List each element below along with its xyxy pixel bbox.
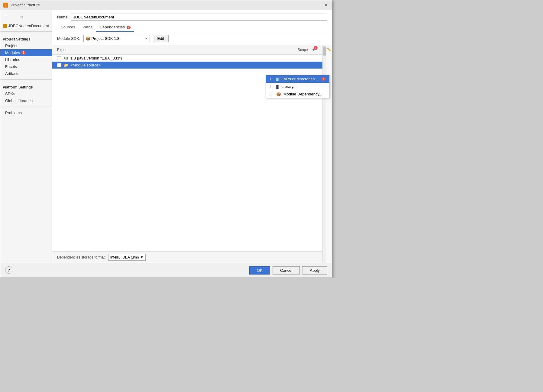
storage-value: IntelliJ IDEA (.iml) (110, 255, 139, 259)
tabs-row: Sources Paths Dependencies 2 (52, 23, 332, 32)
dependencies-tab-badge: 2 (127, 26, 131, 29)
sidebar-item-label-modules: Modules (5, 50, 20, 55)
storage-label: Dependencies storage format: (57, 255, 106, 259)
module-sdk-row: Module SDK: 📦 Project SDK 1.8 ▼ Edit (52, 32, 332, 45)
project-structure-dialog: J Project Structure ✕ + − ⧉ JDBCNeatenDo… (0, 0, 332, 278)
sidebar-item-global-libraries[interactable]: Global Libraries (0, 97, 52, 104)
sidebar-item-label-problems: Problems (5, 111, 22, 115)
module-name: JDBCNeatenDocument (8, 24, 49, 28)
tab-paths[interactable]: Paths (79, 23, 96, 32)
title-bar: J Project Structure ✕ (0, 0, 332, 10)
menu-item-jars-icon: ||| (276, 77, 279, 81)
apply-button[interactable]: Apply (302, 266, 327, 275)
menu-item-module-dep[interactable]: 3 📦 Module Dependency... (266, 90, 329, 98)
module-item-jdbc[interactable]: JDBCNeatenDocument (0, 23, 52, 29)
dep-name-jdk: 1.8 (java version "1.8.0_333") (70, 56, 285, 60)
sidebar-item-problems[interactable]: Problems (0, 109, 52, 116)
name-row: Name: (52, 10, 332, 23)
sidebar-item-facets[interactable]: Facets (0, 63, 52, 70)
storage-dropdown-arrow-icon: ▼ (140, 255, 144, 259)
app-icon: J (3, 3, 8, 8)
add-dependency-context-menu: 1 ||| JARs or directories... 4 2 ||| Lib… (266, 75, 330, 98)
export-col-header: Export (57, 48, 75, 52)
sdk-icon: 📦 (86, 36, 90, 41)
scope-col-header: Scope (278, 48, 308, 52)
edit-sdk-button[interactable]: Edit (153, 35, 169, 42)
storage-dropdown[interactable]: IntelliJ IDEA (.iml) ▼ (108, 254, 146, 261)
folder-icon: 📁 (64, 63, 68, 67)
modules-badge: 1 (21, 51, 26, 54)
menu-item-library-icon: ||| (276, 84, 279, 89)
dep-checkbox-jdk[interactable] (57, 56, 61, 60)
menu-item-library[interactable]: 2 ||| Library... (266, 83, 329, 90)
menu-num-3: 3 (270, 92, 274, 96)
close-button[interactable]: ✕ (323, 2, 329, 8)
folder-icon-small: 📁 (64, 63, 68, 67)
menu-item-library-label: Library... (282, 84, 297, 89)
sidebar-item-label-artifacts: Artifacts (5, 71, 19, 76)
separator-2 (0, 79, 52, 80)
menu-item-module-dep-icon: 📦 (276, 92, 281, 96)
menu-num-2: 2 (270, 85, 274, 89)
bottom-bar: Dependencies storage format: IntelliJ ID… (52, 251, 322, 263)
tab-paths-label: Paths (82, 25, 92, 29)
sidebar-item-project[interactable]: Project (0, 42, 52, 49)
title-bar-left: J Project Structure (3, 3, 40, 8)
separator-1 (0, 31, 52, 32)
dialog-title: Project Structure (11, 3, 40, 7)
dep-name-module-source: <Module source> (70, 63, 285, 67)
tab-dependencies[interactable]: Dependencies 2 (96, 23, 134, 32)
sidebar-item-artifacts[interactable]: Artifacts (0, 70, 52, 77)
main-content: + − ⧉ JDBCNeatenDocument Project Setting… (0, 10, 332, 263)
menu-item-jars-label: JARs or directories... (282, 77, 318, 81)
tab-dependencies-label: Dependencies (100, 25, 125, 29)
tab-sources[interactable]: Sources (57, 23, 79, 32)
bar1 (64, 57, 65, 59)
cancel-button[interactable]: Cancel (273, 266, 300, 275)
add-dependency-button[interactable]: + 3 (310, 47, 317, 53)
name-label: Name: (57, 15, 69, 19)
dep-row-jdk[interactable]: 1.8 (java version "1.8.0_333") (52, 55, 322, 62)
sdk-dep-icon (64, 56, 68, 60)
right-panel: Name: Sources Paths Dependencies 2 Modul… (52, 10, 332, 263)
bar3 (67, 57, 68, 59)
sdk-label: Module SDK: (57, 36, 80, 41)
deps-table-header: Export Scope + 3 (52, 45, 322, 55)
help-button[interactable]: ? (5, 266, 12, 274)
pencil-icon[interactable]: ✏️ (326, 47, 332, 53)
sidebar-item-label-facets: Facets (5, 64, 17, 69)
dialog-footer: ? OK Cancel Apply (0, 263, 332, 278)
copy-module-button[interactable]: ⧉ (18, 14, 25, 20)
sidebar-item-label-global-libraries: Global Libraries (5, 98, 33, 103)
project-settings-header: Project Settings (0, 34, 52, 42)
menu-badge-4: 4 (322, 77, 326, 81)
sidebar-item-modules[interactable]: Modules 1 (0, 49, 52, 56)
menu-item-module-dep-label: Module Dependency... (283, 92, 322, 96)
tab-sources-label: Sources (61, 25, 75, 29)
chevron-down-icon: ▼ (145, 37, 148, 40)
add-badge: 3 (314, 46, 318, 50)
dep-checkbox-module-source[interactable] (57, 63, 61, 67)
add-module-button[interactable]: + (3, 14, 9, 20)
module-icon (3, 24, 7, 28)
dep-row-module-source[interactable]: 📁 <Module source> (52, 62, 322, 69)
menu-num-1: 1 (270, 77, 274, 81)
menu-item-jars[interactable]: 1 ||| JARs or directories... 4 (266, 75, 329, 83)
sidebar-item-sdks[interactable]: SDKs (0, 90, 52, 97)
sdk-value: Project SDK 1.8 (92, 36, 120, 41)
sidebar-toolbar: + − ⧉ (0, 12, 52, 23)
scrollbar-thumb[interactable] (323, 47, 326, 56)
remove-module-button[interactable]: − (11, 14, 17, 20)
sidebar-item-libraries[interactable]: Libraries (0, 56, 52, 63)
separator-3 (0, 107, 52, 107)
sidebar: + − ⧉ JDBCNeatenDocument Project Setting… (0, 10, 52, 263)
ok-button[interactable]: OK (249, 266, 270, 275)
sidebar-item-label-libraries: Libraries (5, 57, 20, 62)
bar2 (66, 57, 66, 60)
add-col-header: + 3 (310, 47, 318, 53)
sidebar-item-label-project: Project (5, 43, 17, 48)
name-input[interactable] (71, 14, 327, 21)
platform-settings-header: Platform Settings (0, 82, 52, 90)
sidebar-item-label-sdks: SDKs (5, 92, 15, 96)
sdk-dropdown[interactable]: 📦 Project SDK 1.8 ▼ (83, 35, 150, 42)
